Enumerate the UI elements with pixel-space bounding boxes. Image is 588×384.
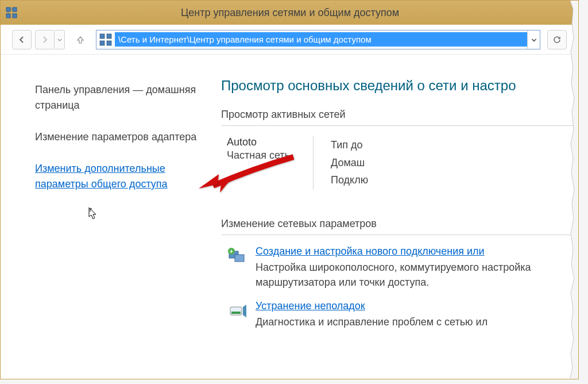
troubleshoot-link[interactable]: Устранение неполадок bbox=[256, 300, 488, 312]
history-dropdown[interactable] bbox=[55, 30, 65, 49]
svg-rect-2 bbox=[6, 14, 10, 18]
window: Центр управления сетями и общим доступом… bbox=[0, 0, 579, 379]
network-center-icon bbox=[5, 6, 18, 19]
window-title: Центр управления сетями и общим доступом bbox=[22, 7, 574, 19]
sidebar-item-adapter-settings[interactable]: Изменение параметров адаптера bbox=[35, 129, 205, 145]
svg-rect-11 bbox=[235, 255, 244, 262]
setting-item-troubleshoot: Устранение неполадок Диагностика и испра… bbox=[227, 300, 578, 329]
section-change-settings: Изменение сетевых параметров bbox=[221, 218, 576, 235]
network-row: Autoto Частная сеть Тип до Домаш Подклю bbox=[227, 136, 578, 189]
svg-rect-7 bbox=[107, 34, 111, 39]
sidebar-item-advanced-sharing[interactable]: Изменить дополнительные параметры общего… bbox=[35, 161, 205, 192]
svg-rect-1 bbox=[13, 7, 17, 11]
back-button[interactable] bbox=[12, 30, 32, 49]
setting-item-new-connection: + Создание и настройка нового подключени… bbox=[227, 245, 578, 290]
titlebar: Центр управления сетями и общим доступом bbox=[1, 1, 578, 25]
svg-rect-15 bbox=[231, 312, 241, 314]
troubleshoot-icon bbox=[227, 301, 247, 322]
network-details: Тип до Домаш Подклю bbox=[313, 136, 368, 189]
svg-rect-9 bbox=[107, 41, 111, 45]
main-panel: Просмотр основных сведений о сети и наст… bbox=[219, 55, 578, 379]
navigation-bar: \Сеть и Интернет\Центр управления сетями… bbox=[1, 25, 578, 55]
address-dropdown[interactable] bbox=[527, 30, 540, 49]
settings-section: Изменение сетевых параметров + Создание … bbox=[221, 218, 578, 329]
torn-edge-decoration bbox=[570, 1, 578, 379]
section-active-networks: Просмотр активных сетей bbox=[221, 109, 576, 126]
address-path[interactable]: \Сеть и Интернет\Центр управления сетями… bbox=[115, 32, 527, 47]
content-area: Панель управления — домашняя страница Из… bbox=[1, 55, 578, 379]
new-connection-icon: + bbox=[227, 247, 247, 267]
troubleshoot-desc: Диагностика и исправление проблем с сеть… bbox=[256, 314, 488, 329]
page-title: Просмотр основных сведений о сети и наст… bbox=[221, 78, 578, 94]
svg-rect-6 bbox=[100, 34, 105, 39]
forward-button[interactable] bbox=[35, 30, 55, 49]
svg-rect-3 bbox=[13, 14, 17, 18]
sidebar-item-control-panel-home[interactable]: Панель управления — домашняя страница bbox=[35, 82, 205, 113]
svg-rect-8 bbox=[100, 41, 105, 45]
new-connection-desc: Настройка широкополосного, коммутируемог… bbox=[256, 260, 578, 290]
network-center-icon bbox=[99, 33, 113, 47]
access-type-label: Тип до bbox=[331, 136, 368, 154]
sidebar: Панель управления — домашняя страница Из… bbox=[1, 55, 219, 379]
refresh-button[interactable] bbox=[547, 30, 567, 49]
network-info: Autoto Частная сеть bbox=[227, 136, 290, 189]
network-type: Частная сеть bbox=[227, 149, 290, 162]
svg-text:+: + bbox=[230, 248, 233, 255]
address-bar[interactable]: \Сеть и Интернет\Центр управления сетями… bbox=[96, 30, 540, 49]
network-name: Autoto bbox=[227, 136, 290, 148]
svg-rect-0 bbox=[6, 7, 10, 11]
access-type-value: Домаш bbox=[331, 154, 368, 172]
new-connection-link[interactable]: Создание и настройка нового подключения … bbox=[256, 245, 578, 258]
up-button[interactable] bbox=[71, 30, 90, 49]
connection-label: Подклю bbox=[331, 171, 368, 189]
